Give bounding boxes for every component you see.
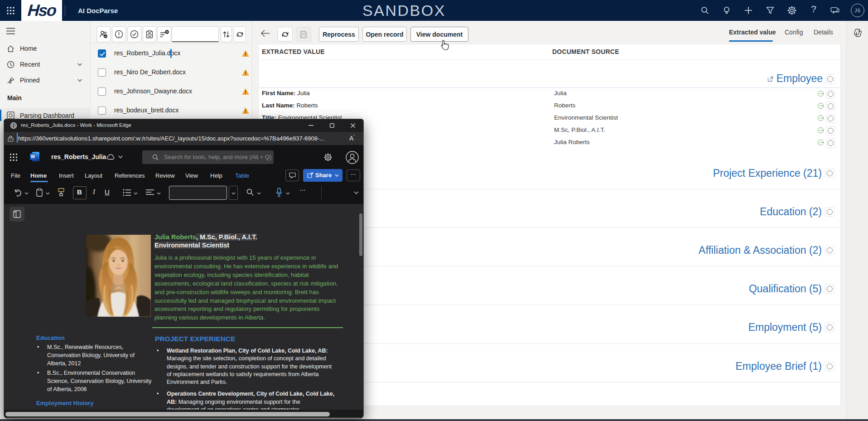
svg-text:W: W	[31, 154, 35, 159]
